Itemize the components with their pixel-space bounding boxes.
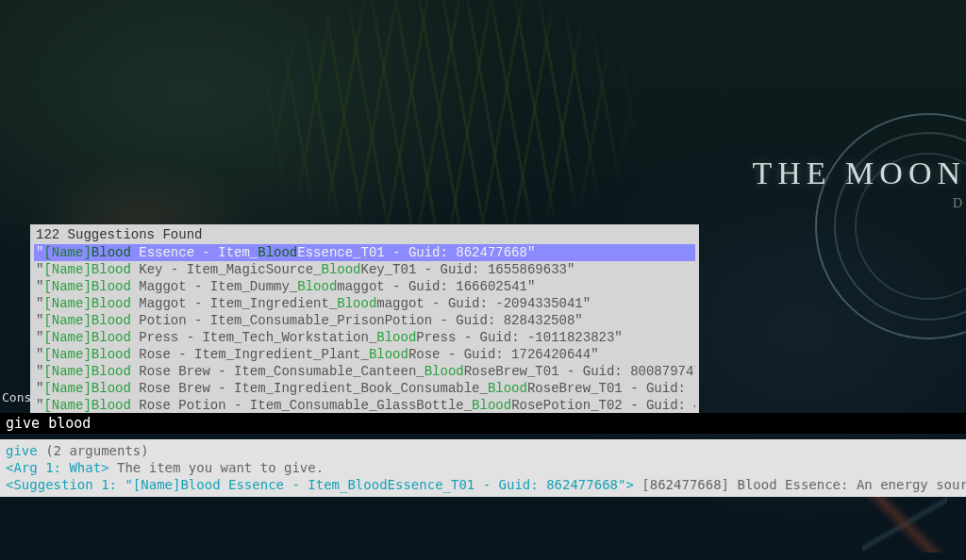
scene-decoration-icon [862, 496, 947, 552]
suggestion-row[interactable]: "[Name]Blood Essence - Item_BloodEssence… [34, 244, 695, 261]
console-help-panel: give (2 arguments) <Arg 1: What> The ite… [0, 439, 966, 497]
suggestion-row[interactable]: "[Name]Blood Potion - Item_Consumable_Pr… [34, 312, 695, 329]
suggestion-row[interactable]: "[Name]Blood Rose Brew - Item_Ingredient… [34, 380, 695, 397]
suggestion-row[interactable]: "[Name]Blood Rose Potion - Item_Consumab… [34, 397, 695, 414]
suggestions-count: 122 Suggestions Found [34, 226, 695, 244]
console-suggestions-panel: 122 Suggestions Found "[Name]Blood Essen… [30, 224, 699, 418]
suggestion-row[interactable]: "[Name]Blood Press - Item_Tech_Workstati… [34, 329, 695, 346]
quest-subtitle-fragment: D [953, 196, 966, 211]
suggestion-row[interactable]: "[Name]Blood Maggot - Item_Dummy_Bloodma… [34, 278, 695, 295]
help-suggestion-label: <Suggestion 1: "[Name]Blood Essence - It… [6, 477, 634, 492]
help-suggestion-desc: [862477668] Blood Essence: An energy sou… [634, 477, 966, 492]
help-command-args: (2 arguments) [38, 443, 149, 458]
help-command-name: give [6, 443, 38, 458]
suggestion-row[interactable]: "[Name]Blood Key - Item_MagicSource_Bloo… [34, 261, 695, 278]
quest-emblem [806, 104, 966, 349]
suggestion-row[interactable]: "[Name]Blood Maggot - Item_Ingredient_Bl… [34, 295, 695, 312]
help-arg1-label: <Arg 1: What> [6, 460, 109, 475]
suggestion-row[interactable]: "[Name]Blood Rose Brew - Item_Consumable… [34, 363, 695, 380]
truncated-left-label: Cons [2, 390, 31, 404]
suggestions-list[interactable]: "[Name]Blood Essence - Item_BloodEssence… [34, 244, 695, 414]
help-line-suggestion: <Suggestion 1: "[Name]Blood Essence - It… [6, 476, 960, 493]
help-arg1-desc: The item you want to give. [109, 460, 325, 475]
help-line-command: give (2 arguments) [6, 442, 960, 459]
quest-title: THE MOON [753, 156, 966, 191]
console-input[interactable]: give blood [0, 413, 966, 434]
suggestion-row[interactable]: "[Name]Blood Rose - Item_Ingredient_Plan… [34, 346, 695, 363]
help-line-arg1: <Arg 1: What> The item you want to give. [6, 459, 960, 476]
